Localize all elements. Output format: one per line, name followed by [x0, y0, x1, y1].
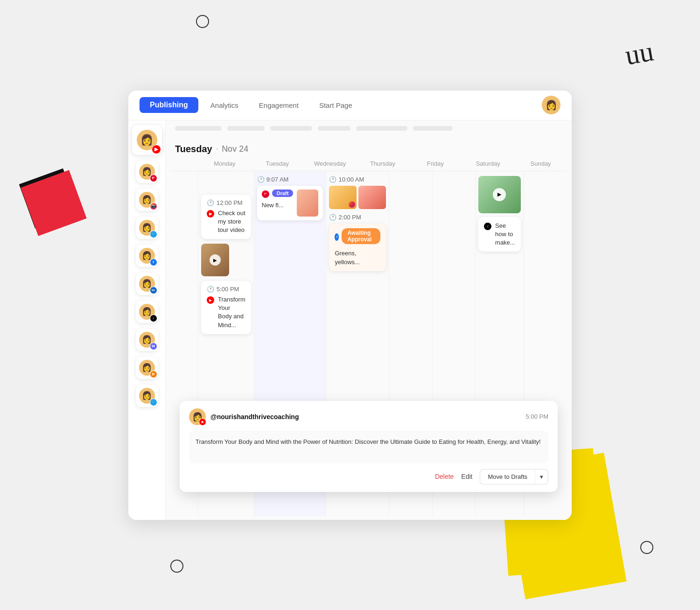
- pin-icon: P: [262, 190, 269, 198]
- popup-footer: Delete Edit Move to Drafts ▾: [189, 469, 548, 484]
- tab-startpage[interactable]: Start Page: [311, 98, 361, 113]
- badge-twitter: 🐦: [150, 231, 157, 238]
- cal-header-tuesday: Tuesday: [251, 160, 304, 167]
- date-dot: ·: [216, 145, 218, 153]
- badge-facebook: f: [150, 259, 157, 266]
- popup-draft-button-group: Move to Drafts ▾: [480, 469, 548, 484]
- cal-header-saturday: Saturday: [462, 160, 514, 167]
- sat-post-text: See how to make...: [495, 222, 515, 247]
- tab-engagement[interactable]: Engagement: [251, 98, 307, 113]
- popup-yt-badge: ▶: [199, 418, 206, 426]
- wed-post-header: f Awaiting Approval: [335, 228, 380, 246]
- cal-header-friday: Friday: [409, 160, 462, 167]
- top-nav: Publishing Analytics Engagement Start Pa…: [128, 91, 572, 120]
- nav-avatar[interactable]: 👩: [542, 96, 560, 114]
- clock-icon-tue: 🕐: [257, 176, 265, 183]
- tiktok-icon: ♪: [484, 223, 491, 230]
- sat-post-tiktok[interactable]: ♪ See how to make...: [478, 217, 521, 252]
- deco-circle-bottom: [170, 560, 183, 573]
- monday-post2-text: Transform Your Body and Mind...: [218, 295, 245, 330]
- monday-post1-text: Check out my store tour video: [218, 209, 245, 235]
- monday-post-1[interactable]: 🕐 12:00 PM ▶ Check out my store tour vid…: [201, 195, 251, 239]
- filter-pill-2[interactable]: [227, 126, 265, 131]
- awaiting-badge: Awaiting Approval: [342, 228, 380, 244]
- play-button-sat[interactable]: ▶: [493, 188, 506, 201]
- monday-post2-content: ▶ Transform Your Body and Mind...: [207, 295, 245, 330]
- date-header: Tuesday · Nov 24: [166, 136, 572, 158]
- cal-header: Monday Tuesday Wednesday Thursday Friday…: [170, 158, 567, 171]
- tuesday-post-text: New fl...: [262, 202, 284, 209]
- ig-badge-small: [349, 201, 355, 208]
- sidebar-item-pinterest[interactable]: 👩 P: [136, 161, 158, 183]
- sidebar-item-tiktok[interactable]: 👩 ♪: [136, 301, 158, 323]
- popup-edit-button[interactable]: Edit: [461, 473, 472, 480]
- deco-circle-top: [196, 15, 209, 28]
- popup-card: 👩 ▶ @nourishandthrivecoaching 5:00 PM Tr…: [180, 401, 558, 492]
- filter-pill-1[interactable]: [175, 126, 222, 131]
- sidebar-item-youtube-main[interactable]: 👩 ▶: [132, 125, 162, 155]
- filter-pill-4[interactable]: [318, 126, 350, 131]
- sidebar-item-twitter2[interactable]: 👩 🐦: [136, 385, 158, 407]
- monday-post1-content: ▶ Check out my store tour video: [207, 209, 245, 235]
- wed-thumb-2: [358, 186, 386, 209]
- popup-delete-button[interactable]: Delete: [435, 473, 454, 480]
- tab-analytics[interactable]: Analytics: [202, 98, 247, 113]
- clock-icon-wed2: 🕐: [329, 214, 336, 221]
- date-month: Nov 24: [222, 144, 248, 154]
- sidebar-item-blogger[interactable]: 👩 B: [136, 357, 158, 379]
- filter-pill-6[interactable]: [413, 126, 453, 131]
- move-to-drafts-button[interactable]: Move to Drafts: [480, 469, 535, 484]
- popup-body: Transform Your Body and Mind with the Po…: [189, 431, 548, 463]
- cal-header-empty: [170, 160, 198, 167]
- sidebar-item-instagram[interactable]: 👩 📷: [136, 189, 158, 211]
- badge-linkedin: in: [150, 287, 157, 294]
- deco-scribble: uu: [623, 35, 656, 71]
- badge-tiktok: ♪: [150, 315, 157, 322]
- tue-post-header: P Draft: [262, 189, 294, 199]
- sidebar-item-linkedin[interactable]: 👩 in: [136, 273, 158, 295]
- deco-circle-right: [640, 541, 653, 554]
- filter-pill-5[interactable]: [356, 126, 407, 131]
- monday-post2-yt-icon: ▶: [207, 296, 214, 304]
- badge-twitter2: 🐦: [150, 399, 157, 406]
- sidebar-item-twitter[interactable]: 👩 🐦: [136, 217, 158, 239]
- sidebar-item-facebook[interactable]: 👩 f: [136, 245, 158, 267]
- tuesday-thumb: [297, 189, 318, 217]
- wed-time2: 🕐 2:00 PM: [329, 214, 386, 221]
- wed-thumb-ig: [329, 186, 357, 209]
- popup-username: @nourishandthrivecoaching: [210, 413, 521, 421]
- main-card: Publishing Analytics Engagement Start Pa…: [128, 91, 572, 520]
- content-area: Tuesday · Nov 24 Monday Tuesday Wednesda…: [166, 120, 572, 520]
- wed-post-awaiting[interactable]: f Awaiting Approval Greens, yellows...: [329, 224, 386, 271]
- badge-youtube: ▶: [152, 145, 161, 154]
- tuesday-post-1[interactable]: P Draft New fl...: [257, 186, 323, 220]
- filter-pill-3[interactable]: [270, 126, 312, 131]
- calendar: Monday Tuesday Wednesday Thursday Friday…: [166, 158, 572, 520]
- tab-publishing[interactable]: Publishing: [140, 97, 198, 113]
- tuesday-time: 🕐 9:07 AM: [257, 176, 323, 183]
- sidebar-item-mastodon[interactable]: 👩 M: [136, 329, 158, 351]
- monday-post-2[interactable]: 🕐 5:00 PM ▶ Transform Your Body and Mind…: [201, 281, 251, 334]
- date-day: Tuesday: [175, 144, 212, 154]
- badge-pinterest: P: [150, 175, 157, 182]
- monday-post1-time: 🕐 12:00 PM: [207, 199, 245, 206]
- draft-dropdown-arrow[interactable]: ▾: [535, 469, 548, 484]
- clock-icon-1: 🕐: [207, 199, 214, 206]
- cal-header-monday: Monday: [198, 160, 251, 167]
- badge-mastodon: M: [150, 343, 157, 350]
- sat-post-content: ♪ See how to make...: [484, 222, 515, 247]
- cal-header-sunday: Sunday: [514, 160, 567, 167]
- monday-post2-time: 🕐 5:00 PM: [207, 286, 245, 293]
- wed-post-text: Greens, yellows...: [335, 250, 359, 266]
- popup-time: 5:00 PM: [526, 413, 548, 420]
- wed-thumb-grid: [329, 186, 386, 209]
- body-layout: 👩 ▶ 👩 P 👩 📷 👩 🐦 👩 f: [128, 120, 572, 520]
- popup-avatar: 👩 ▶: [189, 408, 206, 425]
- play-button-monday[interactable]: ▶: [210, 254, 221, 266]
- cal-header-thursday: Thursday: [357, 160, 409, 167]
- badge-instagram: 📷: [150, 203, 157, 210]
- popup-header: 👩 ▶ @nourishandthrivecoaching 5:00 PM: [189, 408, 548, 425]
- draft-badge: Draft: [272, 189, 294, 197]
- monday-post1-yt-icon: ▶: [207, 210, 214, 217]
- sat-image: ▶: [478, 176, 521, 213]
